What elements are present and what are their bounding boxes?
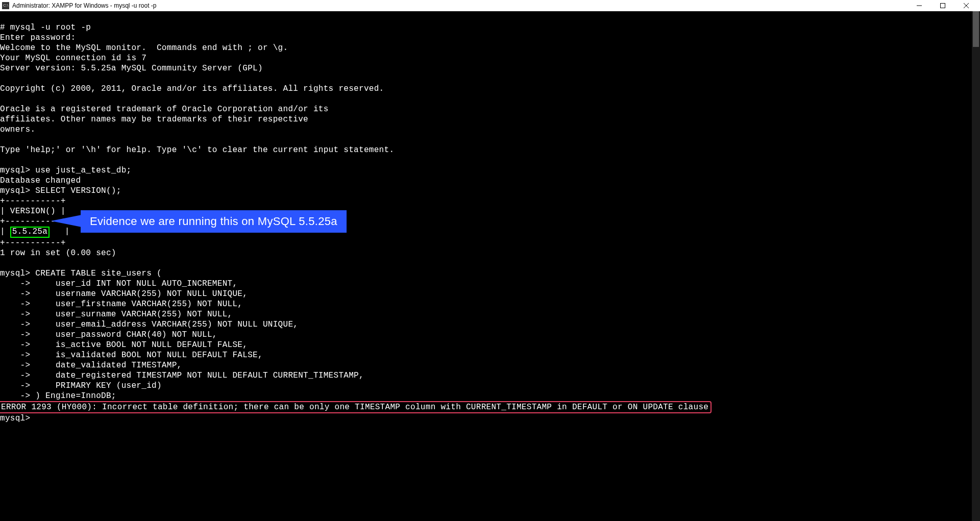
window-controls: [908, 0, 978, 11]
terminal-line: [0, 258, 980, 268]
terminal-line: -> user_firstname VARCHAR(255) NOT NULL,: [0, 299, 980, 309]
terminal-line: Database changed: [0, 176, 980, 186]
close-button[interactable]: [954, 0, 978, 11]
terminal-line: Enter password:: [0, 33, 980, 43]
terminal-line: owners.: [0, 125, 980, 135]
terminal-line: Your MySQL connection id is 7: [0, 53, 980, 63]
scrollbar[interactable]: [972, 11, 980, 521]
error-line-container: ERROR 1293 (HY000): Incorrect table defi…: [0, 401, 980, 413]
prompt-line: mysql>: [0, 413, 980, 424]
terminal-line: -> date_registered TIMESTAMP NOT NULL DE…: [0, 370, 980, 381]
terminal-line: # mysql -u root -p: [0, 22, 980, 33]
window-title: Administrator: XAMPP for Windows - mysql…: [12, 2, 908, 10]
terminal-line: -> PRIMARY KEY (user_id): [0, 381, 980, 391]
terminal-line: Type 'help;' or '\h' for help. Type '\c'…: [0, 145, 980, 155]
error-highlight: ERROR 1293 (HY000): Incorrect table defi…: [0, 401, 712, 413]
terminal-line: mysql> use just_a_test_db;: [0, 165, 980, 176]
minimize-button[interactable]: [908, 0, 931, 11]
terminal-line: -> user_password CHAR(40) NOT NULL,: [0, 330, 980, 340]
terminal-line: -> is_validated BOOL NOT NULL DEFAULT FA…: [0, 350, 980, 360]
terminal-line: 1 row in set (0.00 sec): [0, 248, 980, 258]
terminal-line: -> user_id INT NOT NULL AUTO_INCREMENT,: [0, 279, 980, 289]
annotation-callout: Evidence we are running this on MySQL 5.…: [81, 210, 347, 233]
terminal-line: mysql> SELECT VERSION();: [0, 186, 980, 196]
window-titlebar: C:\ Administrator: XAMPP for Windows - m…: [0, 0, 980, 11]
terminal-line: [0, 94, 980, 104]
terminal-line: -> username VARCHAR(255) NOT NULL UNIQUE…: [0, 289, 980, 299]
terminal-line: -> is_active BOOL NOT NULL DEFAULT FALSE…: [0, 340, 980, 350]
terminal-line: +-----------+: [0, 196, 980, 206]
scrollbar-thumb[interactable]: [973, 11, 979, 47]
terminal-line: [0, 73, 980, 84]
maximize-button[interactable]: [931, 0, 954, 11]
callout-pointer: [51, 215, 82, 227]
terminal-line: Oracle is a registered trademark of Orac…: [0, 104, 980, 114]
terminal-line: Copyright (c) 2000, 2011, Oracle and/or …: [0, 84, 980, 94]
terminal-line: +-----------+: [0, 238, 980, 248]
terminal-line: Server version: 5.5.25a MySQL Community …: [0, 63, 980, 73]
terminal-line: affiliates. Other names may be trademark…: [0, 114, 980, 125]
terminal-line: Welcome to the MySQL monitor. Commands e…: [0, 43, 980, 53]
terminal-line: [0, 155, 980, 165]
terminal-line: -> user_surname VARCHAR(255) NOT NULL,: [0, 309, 980, 319]
terminal-line: -> ) Engine=InnoDB;: [0, 391, 980, 401]
version-value-highlight: 5.5.25a: [10, 227, 50, 238]
terminal-line: -> date_validated TIMESTAMP,: [0, 360, 980, 370]
app-icon: C:\: [2, 2, 9, 9]
terminal-output[interactable]: # mysql -u root -pEnter password:Welcome…: [0, 11, 980, 424]
terminal-line: [0, 135, 980, 145]
terminal-line: -> user_email_address VARCHAR(255) NOT N…: [0, 319, 980, 330]
svg-rect-1: [941, 4, 945, 8]
terminal-line: mysql> CREATE TABLE site_users (: [0, 268, 980, 279]
